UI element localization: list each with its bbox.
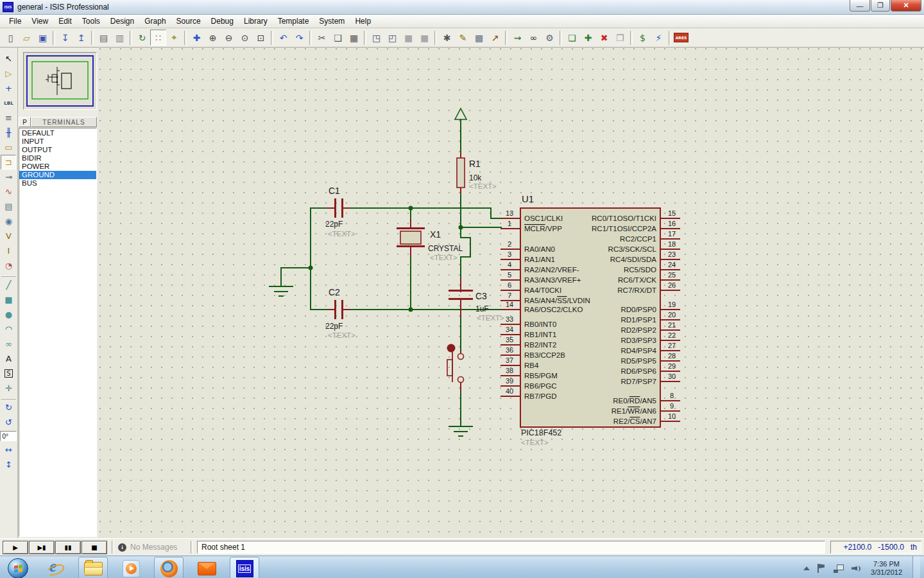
show-desktop-button[interactable] — [912, 556, 920, 578]
2d-circle-icon[interactable]: ● — [1, 307, 16, 322]
2d-box-icon[interactable]: ■ — [1, 292, 16, 307]
pick-device-icon[interactable]: ✱ — [439, 30, 455, 46]
volume-icon[interactable] — [851, 565, 860, 573]
redraw-icon[interactable]: ↻ — [134, 30, 150, 46]
2d-path-icon[interactable]: ∞ — [1, 337, 16, 351]
menu-template[interactable]: Template — [273, 15, 314, 27]
design-explorer-icon[interactable]: ❏ — [564, 30, 580, 46]
block-copy-icon[interactable]: ◳ — [368, 30, 384, 46]
rotation-angle-field[interactable]: 0° — [0, 431, 17, 441]
export-section-icon[interactable]: ↥ — [73, 30, 89, 46]
terminal-item-bidir[interactable]: BIDIR — [19, 154, 96, 162]
generator-mode-icon[interactable]: ◉ — [1, 214, 16, 229]
tray-expand-arrow[interactable] — [803, 566, 810, 570]
zoom-out-icon[interactable]: ⊖ — [221, 30, 237, 46]
toggle-grid-icon[interactable]: ∷ — [150, 30, 166, 46]
cut-icon[interactable]: ✂ — [314, 30, 330, 46]
subcircuit-mode-icon[interactable]: ▭ — [1, 140, 16, 155]
email-client[interactable] — [193, 557, 221, 578]
block-delete-icon[interactable]: ■ — [416, 30, 432, 46]
isis-taskbar-button[interactable]: isis — [230, 557, 259, 578]
schematic-canvas[interactable]: R110k<TEXT>C122pF<TEXT>C222pF<TEXT>C31uF… — [98, 48, 924, 538]
firefox[interactable] — [154, 557, 184, 578]
internet-explorer[interactable]: e — [41, 557, 69, 578]
minimize-button[interactable]: — — [850, 0, 870, 12]
terminal-item-power[interactable]: POWER — [19, 162, 96, 171]
print-icon[interactable]: ▤ — [96, 30, 112, 46]
remove-sheet-icon[interactable]: ✖ — [596, 30, 612, 46]
import-section-icon[interactable]: ↧ — [57, 30, 73, 46]
zoom-area-icon[interactable]: ⊡ — [253, 30, 269, 46]
action-center-flag[interactable] — [817, 564, 826, 573]
terminal-item-bus[interactable]: BUS — [19, 179, 96, 188]
media-player[interactable] — [117, 557, 145, 578]
paste-icon[interactable]: ▦ — [346, 30, 362, 46]
terminal-item-input[interactable]: INPUT — [19, 137, 96, 146]
zoom-in-icon[interactable]: ⊕ — [205, 30, 221, 46]
menu-tools[interactable]: Tools — [77, 15, 105, 27]
open-file-icon[interactable]: ▱ — [19, 30, 35, 46]
bus-mode-icon[interactable]: ╫ — [1, 125, 16, 140]
2d-arc-icon[interactable]: ◠ — [1, 322, 16, 337]
wire-autorouter-icon[interactable]: ⇝ — [509, 30, 526, 46]
menu-design[interactable]: Design — [105, 15, 139, 27]
component-mode-icon[interactable]: ▷ — [1, 66, 16, 81]
component-button[interactable] — [447, 344, 463, 391]
ground-terminal[interactable] — [270, 286, 293, 296]
copy-icon[interactable]: ❑ — [330, 30, 346, 46]
pick-devices-button[interactable]: P — [19, 117, 31, 127]
stop-button[interactable]: ■ — [81, 541, 107, 554]
junction-dot-mode-icon[interactable]: + — [1, 81, 16, 96]
terminal-item-ground[interactable]: GROUND — [19, 171, 96, 179]
mirror-vertical-icon[interactable]: ↕ — [1, 457, 16, 472]
block-move-icon[interactable]: ◰ — [384, 30, 400, 46]
component-U1[interactable]: U1PIC18F452<TEXT>13OSC1/CLKI1MCLR/VPP2RA… — [501, 193, 680, 446]
wire-label-mode-icon[interactable]: LBL — [1, 96, 16, 110]
close-button[interactable]: ✕ — [891, 0, 921, 12]
terminal-mode-icon[interactable]: ⊐ — [1, 155, 16, 170]
make-device-icon[interactable]: ✎ — [455, 30, 471, 46]
info-icon[interactable]: i — [118, 543, 126, 552]
current-probe-mode-icon[interactable]: I — [1, 243, 16, 258]
false-origin-icon[interactable]: ⌖ — [166, 30, 182, 46]
2d-marker-icon[interactable]: ✛ — [1, 381, 16, 396]
menu-graph[interactable]: Graph — [139, 15, 171, 27]
restore-button[interactable]: ❐ — [871, 0, 890, 12]
device-pin-mode-icon[interactable]: ⊸ — [1, 170, 16, 184]
component-C2[interactable]: C222pF<TEXT> — [325, 287, 355, 339]
new-root-sheet-icon[interactable]: ✚ — [580, 30, 596, 46]
bill-of-materials-icon[interactable]: $ — [635, 30, 651, 46]
decompose-icon[interactable]: ↗ — [487, 30, 503, 46]
power-terminal[interactable] — [455, 109, 466, 119]
tape-recorder-mode-icon[interactable]: ▤ — [1, 199, 16, 214]
menu-source[interactable]: Source — [171, 15, 206, 27]
pause-button[interactable]: ▮▮ — [55, 541, 81, 554]
component-R1[interactable]: R110k<TEXT> — [457, 153, 497, 193]
mark-output-area-icon[interactable]: ▥ — [112, 30, 128, 46]
2d-symbol-icon[interactable]: S — [1, 366, 16, 381]
terminal-item-default[interactable]: DEFAULT — [19, 129, 96, 137]
new-file-icon[interactable]: ▯ — [3, 30, 19, 46]
mirror-horizontal-icon[interactable]: ↔ — [1, 442, 16, 457]
play-button[interactable]: ▶ — [3, 541, 28, 554]
2d-text-icon[interactable]: A — [1, 351, 16, 366]
menu-debug[interactable]: Debug — [206, 15, 239, 27]
component-C3[interactable]: C31uF<TEXT> — [449, 279, 504, 322]
zoom-all-icon[interactable]: ⊙ — [237, 30, 253, 46]
electrical-rule-check-icon[interactable]: ⚡ — [651, 30, 667, 46]
menu-help[interactable]: Help — [350, 15, 376, 27]
rotate-anticlockwise-icon[interactable]: ↺ — [1, 415, 16, 430]
ground-terminal[interactable] — [449, 426, 472, 436]
terminal-item-output[interactable]: OUTPUT — [19, 146, 96, 154]
taskbar-clock[interactable]: 7:36 PM 3/31/2012 — [871, 560, 902, 577]
start-button[interactable] — [4, 557, 32, 578]
windows-explorer[interactable] — [78, 557, 108, 578]
overview-window[interactable] — [23, 52, 97, 110]
wires[interactable] — [281, 119, 501, 426]
redo-icon[interactable]: ↷ — [291, 30, 307, 46]
search-and-tag-icon[interactable]: ∞ — [526, 30, 542, 46]
menu-file[interactable]: File — [4, 15, 26, 27]
voltage-probe-mode-icon[interactable]: V — [1, 229, 16, 243]
goto-sheet-icon[interactable]: ❐ — [612, 30, 628, 46]
menu-library[interactable]: Library — [239, 15, 273, 27]
